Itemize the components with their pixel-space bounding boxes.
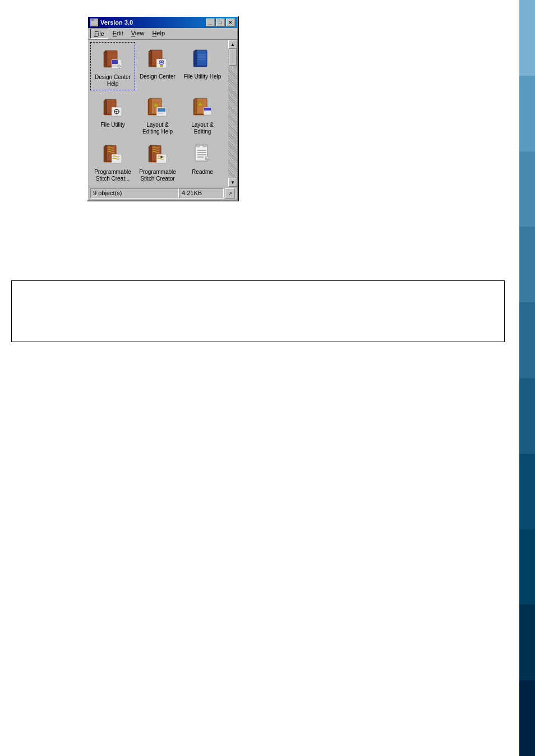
icon-readme-label: Readme [192,169,213,176]
icon-file-utility-help[interactable]: File Utility Help [180,42,225,90]
icon-prog-stitch-creat-label: ProgrammableStitch Creat... [94,169,131,182]
side-tab-10[interactable] [519,680,535,756]
statusbar: 9 object(s) 4.21KB ↗ [88,187,237,200]
svg-rect-54 [105,145,107,161]
status-objects: 9 object(s) [90,188,179,199]
svg-rect-58 [150,145,152,161]
svg-point-32 [116,111,118,113]
svg-rect-62 [196,144,200,147]
scroll-track[interactable] [228,49,237,178]
svg-rect-36 [118,111,119,112]
svg-rect-34 [116,113,117,114]
icon-design-center-help[interactable]: ? Design CenterHelp [90,42,135,90]
icon-layout-editing-help-image [144,94,171,121]
scroll-down-button[interactable]: ▼ [228,178,237,187]
icon-layout-editing-image [189,94,216,121]
icon-file-utility-label: File Utility [100,122,124,128]
menu-edit[interactable]: Edit [109,29,127,39]
side-tab-9[interactable] [519,605,535,680]
svg-rect-7 [112,60,118,64]
maximize-button[interactable]: □ [216,19,225,26]
icon-file-utility-help-image [189,45,216,72]
window-title: Version 3.0 [100,19,133,26]
svg-rect-13 [150,50,152,66]
icon-file-utility[interactable]: File Utility [90,90,135,137]
svg-rect-43 [158,108,165,112]
bottom-textbox [11,280,505,342]
side-tab-5[interactable] [519,302,535,378]
side-tab-4[interactable] [519,227,535,302]
icon-design-center-label: Design Center [140,73,176,80]
svg-text:?: ? [118,65,121,69]
icon-grid: ? Design CenterHelp [88,40,237,187]
svg-rect-4 [105,50,107,66]
side-tab-7[interactable] [519,454,535,529]
svg-rect-39 [149,98,151,114]
icon-design-center-help-label: Design CenterHelp [95,74,131,87]
icon-prog-stitch-creator-image [144,141,171,168]
icon-design-center-image [144,45,171,72]
scroll-up-button[interactable]: ▲ [228,40,237,49]
menu-file[interactable]: File [90,29,108,39]
icon-file-utility-help-label: File Utility Help [184,73,222,80]
svg-rect-9 [112,66,118,67]
side-tabs [519,0,535,756]
svg-rect-21 [195,50,197,66]
svg-rect-44 [158,113,163,114]
main-content: Version 3.0 _ □ × File Edit View Help [0,0,519,756]
close-button[interactable]: × [226,19,235,26]
icon-layout-editing-label: Layout &Editing [191,122,213,135]
version-window: Version 3.0 _ □ × File Edit View Help [87,16,238,201]
menu-help[interactable]: Help [149,29,168,39]
titlebar-app-icon [90,19,98,26]
svg-rect-35 [114,111,116,112]
svg-rect-47 [195,98,197,114]
minimize-button[interactable]: _ [206,19,215,26]
icon-file-utility-image [99,94,126,121]
side-tab-1[interactable] [519,0,535,76]
titlebar: Version 3.0 _ □ × [88,17,237,28]
svg-rect-29 [105,99,107,114]
icon-prog-stitch-creat[interactable]: ProgrammableStitch Creat... [90,137,135,185]
svg-rect-33 [116,109,117,110]
icon-prog-stitch-creat-image [99,141,126,168]
icon-design-center-help-image: ? [99,46,126,73]
svg-point-17 [160,61,163,63]
status-size: 4.21KB [179,188,224,199]
status-corner: ↗ [225,188,235,199]
icon-prog-stitch-creator-label: ProgrammableStitch Creator [139,169,176,182]
content-area: ? Design CenterHelp [88,40,237,187]
icon-layout-editing-help[interactable]: Layout &Editing Help [135,90,180,137]
side-tab-6[interactable] [519,378,535,454]
icon-design-center[interactable]: Design Center [135,42,180,90]
icon-readme[interactable]: Readme [180,137,225,185]
titlebar-buttons: _ □ × [206,19,235,26]
titlebar-left: Version 3.0 [90,19,133,26]
icon-prog-stitch-creator[interactable]: ProgrammableStitch Creator [135,137,180,185]
side-tab-3[interactable] [519,151,535,227]
svg-rect-63 [203,144,206,147]
icon-layout-editing[interactable]: Layout &Editing [180,90,225,137]
side-tab-8[interactable] [519,529,535,605]
icon-readme-image [189,141,216,168]
icon-layout-editing-help-label: Layout &Editing Help [142,122,173,135]
scrollbar[interactable]: ▲ ▼ [228,40,237,187]
menubar: File Edit View Help [88,28,237,40]
svg-rect-18 [160,64,163,67]
svg-rect-1 [91,19,94,21]
svg-point-60 [160,156,163,158]
svg-rect-51 [204,108,211,110]
scroll-thumb[interactable] [229,49,237,66]
menu-view[interactable]: View [128,29,148,39]
side-tab-2[interactable] [519,76,535,151]
